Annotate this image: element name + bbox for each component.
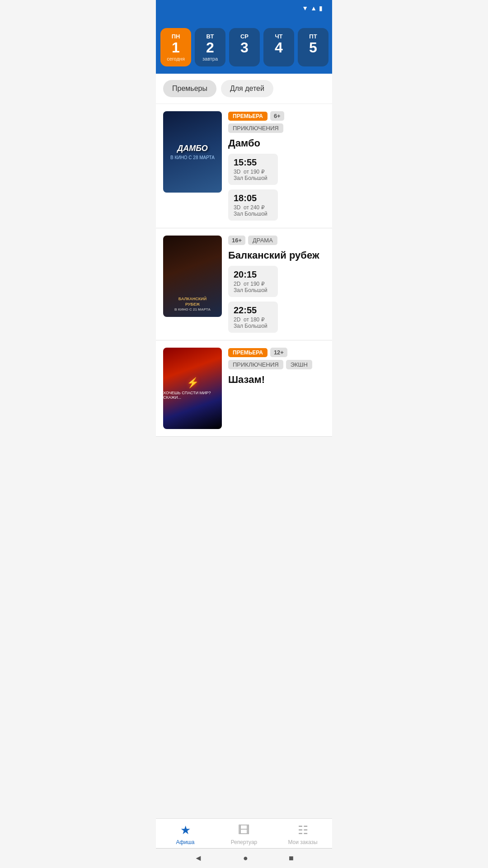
movie-item-shazam[interactable]: ⚡ХОЧЕШЬ СПАСТИ МИР? СКАЖИ... ПРЕМЬЕРА12+… xyxy=(156,340,332,437)
date-item-mon[interactable]: ПН 1 сегодня xyxy=(160,28,191,66)
date-picker: ПН 1 сегодня ВТ 2 завтра СР 3 ЧТ 4 ПТ 5 … xyxy=(156,28,332,74)
day-name-mon: ПН xyxy=(172,33,180,40)
day-name-tue: ВТ xyxy=(206,33,214,40)
movie-tags: ПРЕМЬЕРА12+ПРИКЛЮЧЕНИЯЭКШН xyxy=(228,348,325,369)
day-label-tue: завтра xyxy=(202,56,218,61)
tag-age: 16+ xyxy=(228,236,245,245)
filter-tab-premieres[interactable]: Премьеры xyxy=(163,80,216,97)
app-header xyxy=(156,16,332,28)
movie-info-shazam: ПРЕМЬЕРА12+ПРИКЛЮЧЕНИЯЭКШН Шазам! xyxy=(228,348,325,429)
movie-tags: ПРЕМЬЕРА6+ПРИКЛЮЧЕНИЯ xyxy=(228,111,325,133)
date-item-thu[interactable]: ЧТ 4 xyxy=(263,28,294,66)
status-bar: ▼ ▲ ▮ xyxy=(156,0,332,16)
movie-item-dumbo[interactable]: ДАМБОВ КИНО С 28 МАРТА ПРЕМЬЕРА6+ПРИКЛЮЧ… xyxy=(156,104,332,228)
movie-poster-balkan: БАЛКАНСКИЙРУБЕЖВ КИНО С 21 МАРТА xyxy=(163,236,222,317)
movie-title-balkan: Балканский рубеж xyxy=(228,250,325,261)
showtime-detail: 3D от 240 ₽Зал Большой xyxy=(234,204,272,217)
tag-genre: ЭКШН xyxy=(286,360,312,369)
showtime-box[interactable]: 22:55 2D от 180 ₽Зал Большой xyxy=(228,302,278,333)
day-name-wed: СР xyxy=(240,33,249,40)
day-num-tue: 2 xyxy=(206,40,214,56)
day-num-mon: 1 xyxy=(172,40,180,56)
showtime-detail: 3D от 190 ₽Зал Большой xyxy=(234,169,272,181)
filter-tabs: ПремьерыДля детей xyxy=(156,74,332,104)
day-name-fri: ПТ xyxy=(309,33,317,40)
day-name-thu: ЧТ xyxy=(275,33,282,40)
movie-poster-shazam: ⚡ХОЧЕШЬ СПАСТИ МИР? СКАЖИ... xyxy=(163,348,222,429)
battery-icon: ▮ xyxy=(319,5,323,12)
signal-icon: ▲ xyxy=(310,5,317,12)
movie-tags: 16+ДРАМА xyxy=(228,236,325,245)
movie-info-dumbo: ПРЕМЬЕРА6+ПРИКЛЮЧЕНИЯ Дамбо 15:55 3D от … xyxy=(228,111,325,221)
status-icons: ▼ ▲ ▮ xyxy=(302,5,325,12)
tag-genre: ДРАМА xyxy=(248,236,277,245)
date-item-tue[interactable]: ВТ 2 завтра xyxy=(195,28,225,66)
tag-age: 6+ xyxy=(270,111,284,121)
poster-sub: ХОЧЕШЬ СПАСТИ МИР? СКАЖИ... xyxy=(163,391,222,400)
movie-info-balkan: 16+ДРАМА Балканский рубеж 20:15 2D от 19… xyxy=(228,236,325,333)
date-item-fri[interactable]: ПТ 5 xyxy=(298,28,328,66)
day-num-fri: 5 xyxy=(309,40,317,56)
showtime-box[interactable]: 18:05 3D от 240 ₽Зал Большой xyxy=(228,189,278,221)
showtime-detail: 2D от 180 ₽Зал Большой xyxy=(234,316,272,329)
filter-tab-kids[interactable]: Для детей xyxy=(221,80,273,97)
tag-age: 12+ xyxy=(270,348,287,357)
movie-title-dumbo: Дамбо xyxy=(228,137,325,149)
showtime-time: 20:15 xyxy=(234,269,272,280)
movie-item-balkan[interactable]: БАЛКАНСКИЙРУБЕЖВ КИНО С 21 МАРТА 16+ДРАМ… xyxy=(156,228,332,340)
day-num-wed: 3 xyxy=(240,40,249,56)
showtimes: 20:15 2D от 190 ₽Зал Большой 22:55 2D от… xyxy=(228,266,325,333)
wifi-icon: ▼ xyxy=(302,5,308,12)
movie-title-shazam: Шазам! xyxy=(228,374,325,386)
poster-text: БАЛКАНСКИЙРУБЕЖВ КИНО С 21 МАРТА xyxy=(174,297,211,312)
showtime-time: 18:05 xyxy=(234,193,272,203)
showtimes: 15:55 3D от 190 ₽Зал Большой 18:05 3D от… xyxy=(228,154,325,221)
showtime-box[interactable]: 20:15 2D от 190 ₽Зал Большой xyxy=(228,266,278,297)
day-num-thu: 4 xyxy=(275,40,283,56)
poster-sub: В КИНО С 28 МАРТА xyxy=(170,155,215,160)
day-label-mon: сегодня xyxy=(167,56,185,61)
showtime-time: 22:55 xyxy=(234,305,272,316)
showtime-box[interactable]: 15:55 3D от 190 ₽Зал Большой xyxy=(228,154,278,185)
tag-premiere: ПРЕМЬЕРА xyxy=(228,112,267,121)
movie-poster-dumbo: ДАМБОВ КИНО С 28 МАРТА xyxy=(163,111,222,193)
tag-genre: ПРИКЛЮЧЕНИЯ xyxy=(228,360,283,369)
showtime-detail: 2D от 190 ₽Зал Большой xyxy=(234,281,272,293)
tag-premiere: ПРЕМЬЕРА xyxy=(228,348,267,357)
date-item-wed[interactable]: СР 3 xyxy=(229,28,260,66)
poster-text: ⚡ xyxy=(187,377,199,389)
tag-genre: ПРИКЛЮЧЕНИЯ xyxy=(228,123,283,133)
poster-text: ДАМБО xyxy=(177,144,208,153)
showtime-time: 15:55 xyxy=(234,157,272,168)
movies-list: ДАМБОВ КИНО С 28 МАРТА ПРЕМЬЕРА6+ПРИКЛЮЧ… xyxy=(156,104,332,437)
